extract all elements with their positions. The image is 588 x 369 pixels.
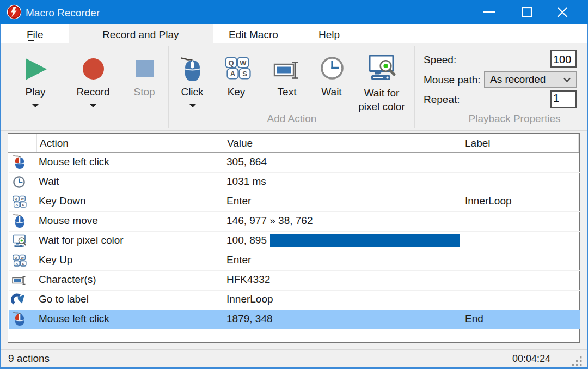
svg-text:S: S xyxy=(242,70,247,78)
svg-text:Q: Q xyxy=(15,256,17,259)
svg-text:W: W xyxy=(240,59,247,67)
svg-text:Q: Q xyxy=(15,197,17,201)
svg-text:A: A xyxy=(16,262,19,265)
svg-text:S: S xyxy=(22,262,24,265)
svg-text:Q: Q xyxy=(228,59,234,67)
svg-text:A: A xyxy=(16,203,19,207)
svg-text:W: W xyxy=(21,197,24,201)
svg-text:S: S xyxy=(22,203,24,207)
svg-text:W: W xyxy=(21,256,24,259)
svg-text:A: A xyxy=(230,70,236,78)
